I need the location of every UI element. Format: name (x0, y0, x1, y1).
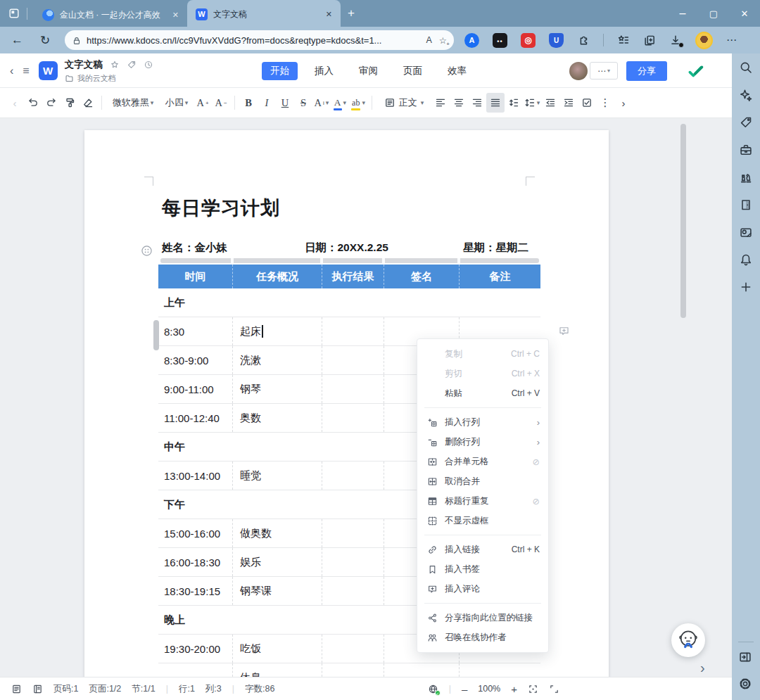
table-header-row[interactable]: 时间任务概况执行结果签名备注 (158, 265, 540, 288)
doc-back-icon[interactable]: ‹ (10, 65, 13, 77)
extension-a-icon[interactable]: A (464, 33, 479, 48)
table-cell[interactable]: 钢琴课 (232, 577, 322, 605)
bold-button[interactable]: B (239, 93, 258, 113)
tab-close-icon[interactable]: ✕ (170, 9, 182, 21)
table-cell[interactable]: 15:00-16:00 (158, 519, 232, 547)
browser-tab-0[interactable]: 金山文档 · 一起办公才高效✕ (34, 3, 187, 27)
table-cell[interactable]: 16:00-18:30 (158, 548, 232, 576)
context-menu-item-插入行列[interactable]: 插入行列› (417, 412, 548, 432)
page-view-icon[interactable] (11, 683, 22, 694)
settings-icon[interactable] (738, 677, 752, 691)
user-avatar[interactable] (569, 62, 588, 80)
align-center-icon[interactable] (450, 93, 468, 113)
align-right-icon[interactable] (468, 93, 486, 113)
zoom-out-button[interactable]: – (462, 683, 467, 695)
info-date[interactable]: 日期：20XX.2.25 (305, 241, 388, 255)
highlight-color-select[interactable]: ab▾ (349, 93, 367, 113)
toolbox-icon[interactable] (738, 143, 754, 157)
toolbar-scroll-left-icon[interactable]: ‹ (6, 93, 24, 113)
table-cell[interactable] (322, 317, 384, 345)
decrease-font-button[interactable]: A− (212, 93, 230, 113)
camera-icon[interactable] (738, 225, 754, 239)
fullscreen-icon[interactable] (549, 683, 559, 694)
status-field[interactable]: 节:1/1 (132, 683, 155, 695)
font-name-select[interactable]: 微软雅黑▾ (106, 93, 160, 113)
table-cell[interactable] (322, 635, 384, 663)
status-field[interactable]: 行:1 (179, 683, 195, 695)
align-left-icon[interactable] (431, 93, 450, 113)
undo-icon[interactable] (24, 93, 42, 113)
italic-button[interactable]: I (258, 93, 276, 113)
table-cell[interactable]: 8:30-9:00 (158, 346, 232, 374)
context-menu-item-粘贴[interactable]: 粘贴Ctrl + V (417, 383, 548, 403)
table-header-cell[interactable]: 时间 (158, 265, 232, 288)
downloads-icon[interactable] (669, 34, 682, 47)
header-more-button[interactable]: ⋯▾ (590, 62, 618, 79)
table-column-bar[interactable] (160, 258, 539, 263)
url-text[interactable]: https://www.kdocs.cn/l/cc9VfuvXVddG?from… (87, 35, 419, 46)
document-heading[interactable]: 每日学习计划 (162, 196, 280, 221)
increase-indent-icon[interactable] (559, 93, 578, 113)
sparkle-icon[interactable] (738, 88, 754, 102)
browser-menu-icon[interactable]: ⋯ (726, 34, 737, 46)
font-size-select[interactable]: 小四▾ (160, 93, 194, 113)
zoom-in-button[interactable]: + (511, 683, 517, 695)
ribbon-tab-效率[interactable]: 效率 (439, 62, 475, 80)
maximize-button[interactable]: ▢ (698, 0, 729, 27)
table-cell[interactable]: 娱乐 (232, 548, 322, 576)
vertical-scrollbar[interactable] (680, 124, 686, 318)
table-cell[interactable] (322, 404, 384, 432)
table-header-cell[interactable]: 执行结果 (322, 265, 384, 288)
tab-actions-icon[interactable] (8, 7, 20, 20)
doc-title[interactable]: 文字文稿 (65, 58, 103, 71)
table-cell[interactable]: 8:30 (158, 317, 232, 345)
info-weekday[interactable]: 星期：星期二 (463, 241, 528, 255)
format-painter-icon[interactable] (61, 93, 79, 113)
table-header-cell[interactable]: 签名 (384, 265, 459, 288)
table-cell[interactable] (322, 375, 384, 403)
redo-icon[interactable] (42, 93, 61, 113)
search-icon[interactable] (738, 61, 754, 75)
info-name[interactable]: 姓名：金小妹 (162, 241, 227, 255)
tag-icon[interactable] (738, 115, 754, 129)
context-menu-item-召唤在线协作者[interactable]: 召唤在线协作者 (417, 628, 548, 647)
table-cell[interactable]: 19:30-20:00 (158, 635, 232, 663)
doc-menu-icon[interactable]: ≡ (23, 65, 29, 77)
justify-icon[interactable] (486, 93, 505, 113)
table-cell[interactable]: 13:00-14:00 (158, 462, 232, 490)
url-bar[interactable]: https://www.kdocs.cn/l/cc9VfuvXVddG?from… (65, 30, 454, 50)
status-field[interactable]: 字数:86 (245, 683, 274, 695)
fit-page-icon[interactable] (528, 683, 538, 694)
read-aloud-icon[interactable]: A (426, 35, 431, 45)
label-icon[interactable] (127, 58, 137, 71)
reload-icon[interactable]: ↻ (40, 33, 50, 48)
increase-font-button[interactable]: A+ (194, 93, 212, 113)
ribbon-tab-开始[interactable]: 开始 (262, 62, 298, 80)
assistant-mascot[interactable] (671, 623, 705, 657)
expand-chevron-icon[interactable]: › (700, 660, 705, 676)
table-cell[interactable]: 11:00-12:40 (158, 404, 232, 432)
toolbar-more-icon[interactable]: ⋮ (596, 93, 614, 113)
history-icon[interactable] (144, 58, 153, 71)
minimize-button[interactable]: – (667, 0, 698, 27)
line-spacing-icon[interactable] (505, 93, 523, 113)
extension-shield-icon[interactable]: U (549, 33, 564, 48)
games-icon[interactable] (738, 170, 754, 184)
ribbon-tab-页面[interactable]: 页面 (395, 62, 431, 80)
checklist-icon[interactable] (578, 93, 596, 113)
font-color-select[interactable]: A▾ (331, 93, 349, 113)
office-icon[interactable] (738, 198, 754, 212)
table-cell[interactable]: 吃饭 (232, 635, 322, 663)
extension-dark-icon[interactable]: •• (493, 33, 507, 48)
extension-red-icon[interactable]: ◎ (521, 33, 536, 48)
table-cell[interactable] (322, 519, 384, 547)
status-field[interactable]: 列:3 (205, 683, 222, 695)
ribbon-tab-审阅[interactable]: 审阅 (350, 62, 386, 80)
status-field[interactable]: 页面:1/2 (89, 683, 121, 695)
plus-icon[interactable] (738, 280, 754, 294)
browser-profile-avatar[interactable] (695, 32, 713, 49)
add-comment-icon[interactable] (558, 324, 570, 337)
toolbar-scroll-right-icon[interactable]: › (614, 93, 633, 113)
browser-tab-1[interactable]: W文字文稿✕ (187, 0, 341, 27)
table-cell[interactable] (322, 346, 384, 374)
